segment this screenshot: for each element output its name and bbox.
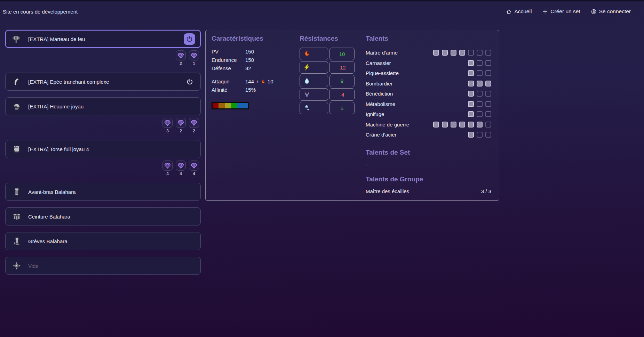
decoration-slot[interactable]: 4 [189, 161, 199, 176]
talent-name: Bombardier [366, 81, 468, 87]
talent-level-empty-square [485, 70, 491, 76]
sharpness-bar [212, 102, 249, 109]
equipment-slot[interactable]: [EXTRA] Marteau de feu [5, 30, 201, 48]
talent-name: Pique-assiette [366, 70, 468, 76]
decoration-slot[interactable]: 4 [162, 161, 173, 176]
plus-icon [542, 9, 548, 15]
greatsword-icon [12, 77, 22, 87]
decoration-slot-size: 4 [193, 171, 195, 176]
talent-level-empty-square [477, 111, 483, 117]
thunder-icon [303, 64, 311, 71]
talent-level-filled-square [468, 70, 474, 76]
equipment-slot[interactable]: Avant-bras Balahara [5, 183, 201, 201]
decoration-slots-row: 21 [5, 50, 201, 66]
equipment-slot[interactable]: Vide [5, 257, 201, 275]
talent-level-squares [468, 132, 491, 138]
resistances-title: Résistances [300, 35, 366, 42]
stat-value: 32 [245, 64, 251, 73]
group-talent-name: Maître des écailles [366, 188, 481, 194]
talent-level-filled-square [468, 132, 474, 138]
stat-label: Défense [212, 64, 245, 73]
talent-level-squares [433, 50, 491, 56]
stat-row-defense: Défense 32 [212, 64, 300, 73]
attack-base-value: 144 [245, 77, 254, 86]
decoration-slot[interactable]: 3 [162, 118, 173, 133]
stat-label: PV [212, 48, 245, 56]
talent-name: Métabolisme [366, 101, 468, 107]
stat-row-pv: PV 150 [212, 48, 300, 56]
legs-icon [12, 236, 22, 246]
water-icon [303, 77, 311, 85]
decoration-slot[interactable]: 2 [176, 118, 186, 133]
talent-level-filled-square [485, 81, 491, 87]
equipment-slot[interactable]: [EXTRA] Heaume joyau [5, 97, 201, 115]
talents-section: Talents Maître d'arme Carnassier Pique-a… [366, 35, 491, 194]
resistance-value: -12 [329, 61, 355, 74]
talent-level-filled-square [459, 122, 465, 128]
talent-row: Bombardier [366, 79, 491, 89]
nav-link-home[interactable]: Accueil [506, 8, 532, 15]
talent-level-squares [468, 111, 491, 117]
decoration-slots-row: 444 [5, 161, 201, 176]
talent-level-filled-square [459, 50, 465, 56]
nav-link-home-label: Accueil [514, 8, 532, 15]
talent-name: Maître d'arme [366, 50, 433, 56]
decoration-slot[interactable]: 2 [189, 118, 199, 133]
sharpness-segment [231, 103, 237, 108]
gem-icon [190, 119, 198, 126]
equipment-slot-group: [EXTRA] Heaume joyau 322 [5, 97, 201, 133]
equipment-slot-label: Grèves Balahara [28, 238, 196, 244]
talent-level-empty-square [485, 101, 491, 107]
resistance-element-cell [300, 48, 328, 60]
ice-icon [303, 104, 311, 112]
decoration-slot[interactable]: 1 [189, 50, 199, 66]
resistance-element-cell [300, 61, 328, 74]
decoration-slot[interactable]: 4 [176, 161, 186, 176]
equipment-slot-label: Vide [28, 263, 196, 269]
resistance-row: 9 [300, 75, 366, 87]
decoration-slot[interactable]: 2 [176, 50, 186, 66]
stat-row-attack: Attaque 144 + 10 [212, 77, 300, 86]
equipment-slot[interactable]: Grèves Balahara [5, 232, 201, 250]
waist-icon [12, 212, 22, 221]
decoration-slot-size: 2 [180, 129, 182, 133]
talent-level-empty-square [477, 70, 483, 76]
talent-list: Maître d'arme Carnassier Pique-assiette … [366, 48, 491, 140]
sharpness-segment [225, 103, 231, 108]
talent-name: Bénédiction [366, 91, 468, 97]
talent-level-empty-square [477, 50, 483, 56]
equipment-slot[interactable]: [EXTRA] Torse full joyau 4 [5, 140, 201, 158]
talent-row: Métabolisme [366, 99, 491, 109]
talent-level-squares [468, 70, 491, 76]
talent-row: Ignifuge [366, 109, 491, 120]
talent-level-squares [468, 101, 491, 107]
resistance-value: 9 [329, 75, 355, 87]
equipment-slot-group: Avant-bras Balahara [5, 183, 201, 201]
stats-section: Caractéristiques PV 150 Endurance 150 Dé… [212, 35, 300, 109]
talent-level-empty-square [485, 91, 491, 97]
equipment-slot-group: [EXTRA] Epée tranchant complexe [5, 73, 201, 91]
fire-icon [303, 50, 311, 58]
gem-icon [177, 119, 184, 126]
equipment-slot[interactable]: [EXTRA] Epée tranchant complexe [5, 73, 201, 91]
power-toggle-button[interactable] [184, 33, 195, 45]
hammer-icon [12, 34, 22, 44]
talent-name: Ignifuge [366, 111, 468, 117]
talent-level-filled-square [442, 122, 448, 128]
talent-level-filled-square [468, 91, 474, 97]
equipment-slot-label: [EXTRA] Marteau de feu [28, 36, 184, 42]
power-toggle-button[interactable] [184, 76, 196, 88]
helmet-icon [12, 101, 22, 111]
nav-link-login[interactable]: Se connecter [591, 8, 631, 15]
nav-link-create-set[interactable]: Créer un set [542, 8, 580, 15]
talent-level-filled-square [468, 101, 474, 107]
talisman-icon [12, 261, 22, 271]
group-talent-row: Maître des écailles 3 / 3 [366, 188, 491, 194]
arms-icon [12, 187, 22, 197]
talent-row: Crâne d'acier [366, 130, 491, 140]
equipment-slot[interactable]: Ceinture Balahara [5, 207, 201, 225]
talent-level-filled-square [468, 60, 474, 66]
equipment-slot-label: [EXTRA] Epée tranchant complexe [28, 79, 184, 85]
main-content: [EXTRA] Marteau de feu 21 [EXTRA] Epée t… [0, 22, 644, 281]
stat-label: Affinité [212, 86, 245, 94]
